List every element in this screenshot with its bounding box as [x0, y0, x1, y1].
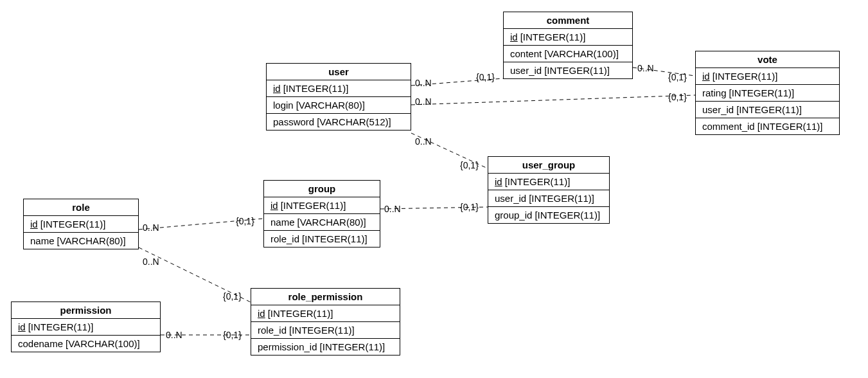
cardinality-label: {0,1}: [223, 330, 242, 340]
entity-title: permission: [12, 302, 160, 319]
cardinality-label: 0..N: [415, 96, 432, 107]
column-type: [INTEGER(11)]: [520, 32, 586, 42]
entity-group: group id[INTEGER(11)] name[VARCHAR(80)] …: [263, 180, 380, 248]
column-row: id[INTEGER(11)]: [504, 29, 632, 46]
column-type: [INTEGER(11)]: [268, 308, 333, 319]
column-row: password[VARCHAR(512)]: [267, 114, 411, 130]
column-type: [VARCHAR(100)]: [544, 48, 619, 59]
column-name: comment_id: [702, 121, 755, 132]
column-name: id: [270, 200, 278, 211]
column-row: content[VARCHAR(100)]: [504, 46, 632, 62]
column-name: id: [495, 176, 502, 187]
column-row: codename[VARCHAR(100)]: [12, 336, 160, 352]
cardinality-label: {0,1}: [476, 72, 495, 82]
column-name: role_id: [258, 325, 287, 336]
cardinality-label: 0..N: [384, 204, 401, 214]
column-name: id: [273, 83, 281, 94]
column-name: user_id: [702, 104, 734, 115]
entity-role-permission: role_permission id[INTEGER(11)] role_id[…: [251, 288, 400, 356]
column-type: [INTEGER(11)]: [544, 65, 610, 76]
column-name: password: [273, 116, 314, 127]
column-row: comment_id[INTEGER(11)]: [696, 118, 839, 134]
column-row: role_id[INTEGER(11)]: [264, 231, 380, 247]
cardinality-label: {0,1}: [668, 72, 687, 82]
column-name: user_id: [495, 193, 526, 204]
column-row: name[VARCHAR(80)]: [24, 233, 138, 249]
column-type: [INTEGER(11)]: [729, 87, 795, 98]
column-row: user_id[INTEGER(11)]: [488, 190, 609, 207]
entity-title: user: [267, 64, 411, 80]
cardinality-label: 0..N: [415, 78, 432, 88]
column-name: rating: [702, 87, 727, 98]
edge-role-rolepermission: [139, 248, 251, 302]
column-type: [INTEGER(11)]: [529, 193, 594, 204]
column-row: name[VARCHAR(80)]: [264, 214, 380, 231]
column-name: name: [30, 235, 55, 246]
cardinality-label: {0,1}: [223, 291, 242, 302]
entity-role: role id[INTEGER(11)] name[VARCHAR(80)]: [23, 199, 139, 249]
column-row: id[INTEGER(11)]: [12, 319, 160, 336]
entity-title: group: [264, 181, 380, 197]
column-name: role_id: [270, 233, 299, 244]
column-name: codename: [18, 338, 63, 349]
column-type: [INTEGER(11)]: [757, 121, 823, 132]
er-diagram-canvas: { "entities": { "role": { "title": "role…: [0, 0, 868, 378]
column-type: [INTEGER(11)]: [283, 83, 349, 94]
column-type: [VARCHAR(100)]: [66, 338, 140, 349]
entity-user: user id[INTEGER(11)] login[VARCHAR(80)] …: [266, 63, 411, 130]
entity-title: user_group: [488, 157, 609, 174]
edge-comment-vote: [633, 68, 695, 76]
edge-role-group: [139, 219, 263, 230]
cardinality-label: 0..N: [415, 136, 432, 147]
entity-permission: permission id[INTEGER(11)] codename[VARC…: [11, 302, 161, 352]
entity-title: comment: [504, 12, 632, 29]
column-row: group_id[INTEGER(11)]: [488, 207, 609, 223]
entity-title: role: [24, 199, 138, 216]
column-row: permission_id[INTEGER(11)]: [251, 339, 400, 355]
column-name: user_id: [510, 65, 542, 76]
cardinality-label: 0..N: [637, 63, 654, 73]
column-row: rating[INTEGER(11)]: [696, 85, 839, 102]
column-row: user_id[INTEGER(11)]: [504, 62, 632, 78]
entity-user-group: user_group id[INTEGER(11)] user_id[INTEG…: [488, 156, 610, 224]
column-row: id[INTEGER(11)]: [251, 305, 400, 322]
column-type: [VARCHAR(512)]: [317, 116, 391, 127]
column-name: login: [273, 100, 294, 111]
column-row: id[INTEGER(11)]: [488, 174, 609, 190]
column-row: login[VARCHAR(80)]: [267, 97, 411, 114]
cardinality-label: 0..N: [166, 330, 182, 340]
column-type: [INTEGER(11)]: [713, 71, 778, 82]
column-type: [INTEGER(11)]: [281, 200, 346, 211]
cardinality-label: {0,1}: [236, 216, 254, 226]
column-row: id[INTEGER(11)]: [264, 197, 380, 214]
edge-user-vote: [411, 95, 695, 105]
column-type: [INTEGER(11)]: [505, 176, 571, 187]
column-name: content: [510, 48, 542, 59]
edge-user-usergroup: [411, 133, 488, 168]
entity-vote: vote id[INTEGER(11)] rating[INTEGER(11)]…: [695, 51, 840, 135]
cardinality-label: 0..N: [143, 256, 159, 267]
entity-title: vote: [696, 51, 839, 68]
cardinality-label: 0..N: [143, 222, 159, 233]
column-name: id: [30, 219, 38, 230]
edge-group-usergroup: [380, 207, 488, 209]
column-type: [INTEGER(11)]: [320, 341, 385, 352]
cardinality-label: {0,1}: [460, 160, 479, 170]
column-name: id: [510, 32, 518, 42]
column-type: [VARCHAR(80)]: [57, 235, 126, 246]
column-name: id: [702, 71, 710, 82]
edge-user-comment: [411, 78, 503, 86]
column-type: [INTEGER(11)]: [535, 210, 600, 221]
column-type: [INTEGER(11)]: [289, 325, 355, 336]
column-type: [INTEGER(11)]: [736, 104, 802, 115]
column-row: id[INTEGER(11)]: [696, 68, 839, 85]
column-name: id: [258, 308, 265, 319]
column-type: [INTEGER(11)]: [302, 233, 368, 244]
column-type: [INTEGER(11)]: [28, 321, 94, 332]
column-type: [VARCHAR(80)]: [296, 100, 365, 111]
column-type: [INTEGER(11)]: [40, 219, 106, 230]
column-name: id: [18, 321, 26, 332]
entity-comment: comment id[INTEGER(11)] content[VARCHAR(…: [503, 12, 633, 79]
column-name: group_id: [495, 210, 532, 221]
cardinality-label: {0,1}: [668, 92, 687, 102]
